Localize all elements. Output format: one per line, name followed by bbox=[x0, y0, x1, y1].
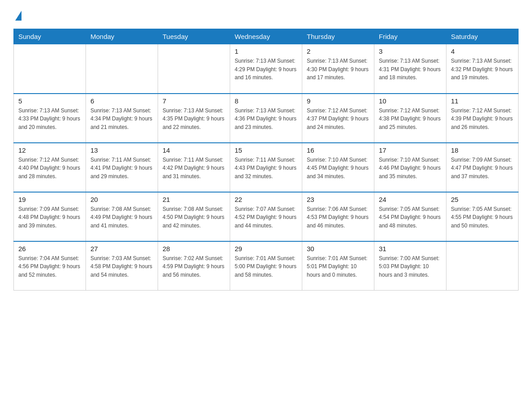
calendar-cell: 26Sunrise: 7:04 AM Sunset: 4:56 PM Dayli… bbox=[14, 241, 86, 291]
day-number: 17 bbox=[379, 146, 442, 154]
calendar-cell: 1Sunrise: 7:13 AM Sunset: 4:29 PM Daylig… bbox=[230, 44, 302, 94]
day-number: 28 bbox=[163, 245, 225, 253]
header-wednesday: Wednesday bbox=[230, 29, 302, 44]
header-saturday: Saturday bbox=[446, 29, 519, 44]
day-info: Sunrise: 7:01 AM Sunset: 5:01 PM Dayligh… bbox=[307, 254, 369, 279]
calendar-cell: 9Sunrise: 7:12 AM Sunset: 4:37 PM Daylig… bbox=[302, 94, 374, 143]
day-info: Sunrise: 7:13 AM Sunset: 4:32 PM Dayligh… bbox=[451, 57, 514, 82]
day-number: 31 bbox=[379, 245, 442, 253]
calendar-cell: 19Sunrise: 7:09 AM Sunset: 4:48 PM Dayli… bbox=[14, 192, 86, 241]
day-number: 6 bbox=[90, 97, 153, 105]
day-number: 19 bbox=[18, 196, 81, 203]
calendar-cell bbox=[158, 44, 230, 94]
day-number: 2 bbox=[307, 47, 369, 55]
day-number: 26 bbox=[18, 245, 81, 253]
day-info: Sunrise: 7:12 AM Sunset: 4:38 PM Dayligh… bbox=[379, 107, 442, 132]
day-number: 24 bbox=[379, 196, 442, 203]
day-info: Sunrise: 7:10 AM Sunset: 4:45 PM Dayligh… bbox=[307, 156, 369, 181]
calendar-header-row: SundayMondayTuesdayWednesdayThursdayFrid… bbox=[14, 29, 519, 44]
calendar-cell: 11Sunrise: 7:12 AM Sunset: 4:39 PM Dayli… bbox=[446, 94, 519, 143]
calendar-cell: 20Sunrise: 7:08 AM Sunset: 4:49 PM Dayli… bbox=[86, 192, 158, 241]
header-tuesday: Tuesday bbox=[158, 29, 230, 44]
day-info: Sunrise: 7:08 AM Sunset: 4:49 PM Dayligh… bbox=[90, 205, 153, 230]
day-number: 7 bbox=[163, 97, 225, 105]
day-info: Sunrise: 7:11 AM Sunset: 4:43 PM Dayligh… bbox=[235, 156, 297, 181]
day-number: 13 bbox=[90, 146, 153, 154]
day-info: Sunrise: 7:13 AM Sunset: 4:30 PM Dayligh… bbox=[307, 57, 369, 82]
calendar-cell: 24Sunrise: 7:05 AM Sunset: 4:54 PM Dayli… bbox=[374, 192, 446, 241]
calendar-cell: 8Sunrise: 7:13 AM Sunset: 4:36 PM Daylig… bbox=[230, 94, 302, 143]
calendar-cell: 28Sunrise: 7:02 AM Sunset: 4:59 PM Dayli… bbox=[158, 241, 230, 291]
day-number: 29 bbox=[235, 245, 297, 253]
calendar-cell: 17Sunrise: 7:10 AM Sunset: 4:46 PM Dayli… bbox=[374, 143, 446, 192]
calendar-cell: 10Sunrise: 7:12 AM Sunset: 4:38 PM Dayli… bbox=[374, 94, 446, 143]
day-info: Sunrise: 7:09 AM Sunset: 4:47 PM Dayligh… bbox=[451, 156, 514, 181]
day-number: 9 bbox=[307, 97, 369, 105]
header-sunday: Sunday bbox=[14, 29, 86, 44]
day-info: Sunrise: 7:09 AM Sunset: 4:48 PM Dayligh… bbox=[18, 205, 81, 230]
calendar-table: SundayMondayTuesdayWednesdayThursdayFrid… bbox=[13, 29, 519, 291]
day-info: Sunrise: 7:03 AM Sunset: 4:58 PM Dayligh… bbox=[90, 254, 153, 279]
calendar-cell: 30Sunrise: 7:01 AM Sunset: 5:01 PM Dayli… bbox=[302, 241, 374, 291]
calendar-cell: 13Sunrise: 7:11 AM Sunset: 4:41 PM Dayli… bbox=[86, 143, 158, 192]
calendar-cell: 18Sunrise: 7:09 AM Sunset: 4:47 PM Dayli… bbox=[446, 143, 519, 192]
day-number: 8 bbox=[235, 97, 297, 105]
day-number: 18 bbox=[451, 146, 514, 154]
calendar-cell: 31Sunrise: 7:00 AM Sunset: 5:03 PM Dayli… bbox=[374, 241, 446, 291]
day-number: 22 bbox=[235, 196, 297, 203]
calendar-cell: 7Sunrise: 7:13 AM Sunset: 4:35 PM Daylig… bbox=[158, 94, 230, 143]
day-info: Sunrise: 7:13 AM Sunset: 4:36 PM Dayligh… bbox=[235, 107, 297, 132]
calendar-week-row: 26Sunrise: 7:04 AM Sunset: 4:56 PM Dayli… bbox=[14, 241, 519, 291]
calendar-week-row: 1Sunrise: 7:13 AM Sunset: 4:29 PM Daylig… bbox=[14, 44, 519, 94]
calendar-cell bbox=[14, 44, 86, 94]
day-info: Sunrise: 7:04 AM Sunset: 4:56 PM Dayligh… bbox=[18, 254, 81, 279]
calendar-cell: 23Sunrise: 7:06 AM Sunset: 4:53 PM Dayli… bbox=[302, 192, 374, 241]
day-info: Sunrise: 7:13 AM Sunset: 4:33 PM Dayligh… bbox=[18, 107, 81, 132]
day-info: Sunrise: 7:01 AM Sunset: 5:00 PM Dayligh… bbox=[235, 254, 297, 279]
calendar-cell: 22Sunrise: 7:07 AM Sunset: 4:52 PM Dayli… bbox=[230, 192, 302, 241]
calendar-cell bbox=[86, 44, 158, 94]
calendar-cell: 2Sunrise: 7:13 AM Sunset: 4:30 PM Daylig… bbox=[302, 44, 374, 94]
day-info: Sunrise: 7:12 AM Sunset: 4:40 PM Dayligh… bbox=[18, 156, 81, 181]
day-info: Sunrise: 7:11 AM Sunset: 4:42 PM Dayligh… bbox=[163, 156, 225, 181]
day-number: 20 bbox=[90, 196, 153, 203]
day-number: 10 bbox=[379, 97, 442, 105]
day-number: 15 bbox=[235, 146, 297, 154]
header-friday: Friday bbox=[374, 29, 446, 44]
day-number: 3 bbox=[379, 47, 442, 55]
logo bbox=[13, 9, 21, 21]
day-info: Sunrise: 7:00 AM Sunset: 5:03 PM Dayligh… bbox=[379, 254, 442, 279]
calendar-cell: 14Sunrise: 7:11 AM Sunset: 4:42 PM Dayli… bbox=[158, 143, 230, 192]
day-info: Sunrise: 7:02 AM Sunset: 4:59 PM Dayligh… bbox=[163, 254, 225, 279]
calendar-cell: 5Sunrise: 7:13 AM Sunset: 4:33 PM Daylig… bbox=[14, 94, 86, 143]
day-info: Sunrise: 7:13 AM Sunset: 4:29 PM Dayligh… bbox=[235, 57, 297, 82]
calendar-cell: 6Sunrise: 7:13 AM Sunset: 4:34 PM Daylig… bbox=[86, 94, 158, 143]
day-number: 4 bbox=[451, 47, 514, 55]
day-info: Sunrise: 7:12 AM Sunset: 4:37 PM Dayligh… bbox=[307, 107, 369, 132]
day-info: Sunrise: 7:05 AM Sunset: 4:54 PM Dayligh… bbox=[379, 205, 442, 230]
calendar-week-row: 5Sunrise: 7:13 AM Sunset: 4:33 PM Daylig… bbox=[14, 94, 519, 143]
calendar-week-row: 19Sunrise: 7:09 AM Sunset: 4:48 PM Dayli… bbox=[14, 192, 519, 241]
day-number: 5 bbox=[18, 97, 81, 105]
page-header bbox=[13, 9, 519, 21]
day-number: 25 bbox=[451, 196, 514, 203]
day-number: 12 bbox=[18, 146, 81, 154]
day-info: Sunrise: 7:08 AM Sunset: 4:50 PM Dayligh… bbox=[163, 205, 225, 230]
day-info: Sunrise: 7:10 AM Sunset: 4:46 PM Dayligh… bbox=[379, 156, 442, 181]
day-info: Sunrise: 7:06 AM Sunset: 4:53 PM Dayligh… bbox=[307, 205, 369, 230]
calendar-week-row: 12Sunrise: 7:12 AM Sunset: 4:40 PM Dayli… bbox=[14, 143, 519, 192]
day-number: 16 bbox=[307, 146, 369, 154]
logo-triangle-icon bbox=[15, 11, 21, 21]
calendar-cell: 15Sunrise: 7:11 AM Sunset: 4:43 PM Dayli… bbox=[230, 143, 302, 192]
calendar-cell: 27Sunrise: 7:03 AM Sunset: 4:58 PM Dayli… bbox=[86, 241, 158, 291]
calendar-cell: 16Sunrise: 7:10 AM Sunset: 4:45 PM Dayli… bbox=[302, 143, 374, 192]
day-info: Sunrise: 7:11 AM Sunset: 4:41 PM Dayligh… bbox=[90, 156, 153, 181]
calendar-cell: 3Sunrise: 7:13 AM Sunset: 4:31 PM Daylig… bbox=[374, 44, 446, 94]
header-monday: Monday bbox=[86, 29, 158, 44]
header-thursday: Thursday bbox=[302, 29, 374, 44]
day-number: 30 bbox=[307, 245, 369, 253]
day-info: Sunrise: 7:13 AM Sunset: 4:35 PM Dayligh… bbox=[163, 107, 225, 132]
day-number: 27 bbox=[90, 245, 153, 253]
day-number: 21 bbox=[163, 196, 225, 203]
calendar-cell: 21Sunrise: 7:08 AM Sunset: 4:50 PM Dayli… bbox=[158, 192, 230, 241]
